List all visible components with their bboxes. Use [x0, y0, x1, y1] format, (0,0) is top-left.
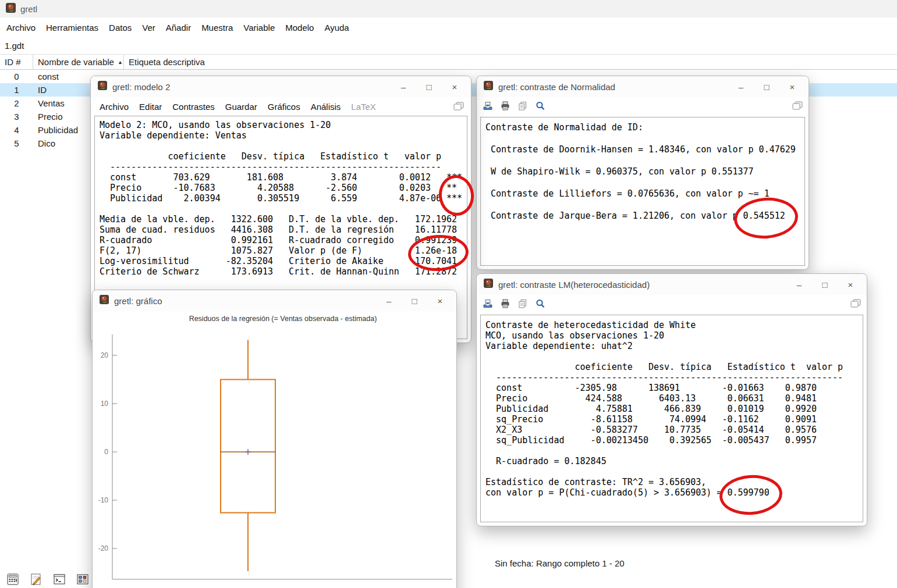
menu-item-archivo[interactable]: Archivo: [94, 99, 134, 114]
column-header-label[interactable]: Etiqueta descriptiva: [124, 55, 897, 69]
save-icon[interactable]: [483, 101, 493, 113]
close-button[interactable]: ×: [442, 77, 467, 97]
svg-text:10: 10: [101, 400, 109, 408]
model-window-titlebar[interactable]: gretl: modelo 2 – □ ×: [91, 76, 471, 97]
dataset-filename: 1.gdt: [5, 41, 24, 51]
lm-window-titlebar[interactable]: gretl: contraste LM(heterocedasticidad) …: [477, 274, 867, 295]
normality-toolbar: [477, 97, 809, 117]
close-button[interactable]: ×: [427, 291, 453, 311]
maximize-button[interactable]: □: [812, 275, 838, 294]
new-script-icon[interactable]: [29, 572, 43, 586]
graph-window: gretl: gráfico – □ × Residuos de la regr…: [92, 290, 457, 588]
main-window-titlebar: gretl: [0, 0, 897, 17]
svg-text:Residuos de la regresión (= Ve: Residuos de la regresión (= Ventas obser…: [189, 315, 377, 323]
window-stack-icon[interactable]: [792, 101, 803, 113]
menu-item-contrastes[interactable]: Contrastes: [167, 99, 220, 114]
svg-text:20: 20: [101, 351, 109, 359]
menu-item-ver[interactable]: Ver: [137, 20, 161, 35]
menu-item-ayuda[interactable]: Ayuda: [319, 20, 354, 35]
normality-window: gretl: contraste de Normalidad – □ × Con…: [476, 76, 809, 270]
sort-ascending-icon: ▲: [118, 59, 123, 65]
copy-icon[interactable]: [517, 101, 528, 113]
print-icon[interactable]: [500, 298, 510, 311]
minimize-button[interactable]: –: [728, 77, 754, 97]
window-stack-icon[interactable]: [850, 299, 861, 311]
calculator-icon[interactable]: [6, 572, 20, 586]
minimize-button[interactable]: –: [376, 291, 402, 311]
variable-id: 1: [0, 83, 33, 97]
menu-item-archivo[interactable]: Archivo: [1, 20, 41, 35]
model-window-menubar: ArchivoEditarContrastesGuardarGráficosAn…: [91, 97, 471, 116]
variable-id: 2: [0, 97, 33, 110]
graph-window-titlebar[interactable]: gretl: gráfico – □ ×: [93, 290, 456, 311]
residuals-boxplot: Residuos de la regresión (= Ventas obser…: [93, 311, 456, 588]
normality-output-view[interactable]: Contraste de Normalidad de ID: Contraste…: [480, 117, 805, 266]
svg-text:-20: -20: [98, 544, 109, 553]
column-header-id[interactable]: ID #: [0, 55, 33, 69]
search-icon[interactable]: [535, 298, 545, 311]
app-title: gretl: [20, 4, 37, 14]
close-button[interactable]: ×: [779, 77, 805, 97]
variable-id: 5: [0, 137, 33, 150]
lm-output-view[interactable]: Contraste de heterocedasticidad de White…: [480, 315, 863, 522]
menu-item-guardar[interactable]: Guardar: [220, 99, 263, 114]
gretl-logo-icon: [98, 81, 107, 92]
variable-id: 0: [0, 70, 33, 83]
menu-item-variable[interactable]: Variable: [238, 20, 280, 35]
menu-item-an-lisis[interactable]: Análisis: [306, 99, 346, 114]
variable-id: 3: [0, 110, 33, 123]
svg-text:-10: -10: [98, 496, 109, 504]
minimize-button[interactable]: –: [391, 77, 416, 97]
lm-toolbar: [477, 295, 867, 315]
gretl-logo-icon: [484, 279, 493, 290]
maximize-button[interactable]: □: [402, 291, 427, 311]
svg-text:0: 0: [104, 448, 108, 456]
menu-item-gr-ficos[interactable]: Gráficos: [263, 99, 306, 114]
gretl-logo-icon: [100, 295, 109, 307]
session-icon-view-icon[interactable]: [76, 572, 90, 586]
variable-table-header: ID # Nombre de variable ▲ Etiqueta descr…: [0, 54, 897, 70]
window-title: gretl: modelo 2: [112, 82, 391, 92]
gretl-logo-icon: [484, 81, 493, 92]
print-icon[interactable]: [500, 101, 510, 113]
maximize-button[interactable]: □: [416, 77, 442, 97]
normality-window-titlebar[interactable]: gretl: contraste de Normalidad – □ ×: [477, 76, 809, 97]
gretl-logo-icon: [6, 3, 16, 15]
column-header-name[interactable]: Nombre de variable ▲: [33, 55, 124, 69]
lm-test-window: gretl: contraste LM(heterocedasticidad) …: [476, 273, 867, 526]
search-icon[interactable]: [535, 101, 545, 113]
lm-output-text: Contraste de heterocedasticidad de White…: [481, 315, 863, 501]
menu-item-modelo[interactable]: Modelo: [280, 20, 319, 35]
desktop: gretl ArchivoHerramientasDatosVerAñadirM…: [0, 0, 897, 588]
copy-icon[interactable]: [517, 298, 528, 311]
window-stack-icon[interactable]: [453, 102, 464, 113]
menu-item-latex[interactable]: LaTeX: [346, 99, 381, 114]
minimize-button[interactable]: –: [786, 275, 812, 294]
menu-item-editar[interactable]: Editar: [134, 99, 167, 114]
save-icon[interactable]: [483, 298, 493, 311]
maximize-button[interactable]: □: [754, 77, 779, 97]
menu-item-a-adir[interactable]: Añadir: [161, 20, 196, 35]
main-menubar: ArchivoHerramientasDatosVerAñadirMuestra…: [0, 17, 897, 37]
menu-item-datos[interactable]: Datos: [104, 20, 137, 35]
window-title: gretl: contraste de Normalidad: [498, 82, 728, 92]
window-title: gretl: gráfico: [114, 296, 376, 306]
status-bar-text: Sin fecha: Rango completo 1 - 20: [495, 558, 625, 568]
variable-id: 4: [0, 123, 33, 137]
menu-item-muestra[interactable]: Muestra: [196, 20, 238, 35]
window-title: gretl: contraste LM(heterocedasticidad): [498, 280, 786, 290]
console-icon[interactable]: [52, 572, 66, 586]
close-button[interactable]: ×: [838, 275, 863, 294]
menu-item-herramientas[interactable]: Herramientas: [41, 20, 104, 35]
